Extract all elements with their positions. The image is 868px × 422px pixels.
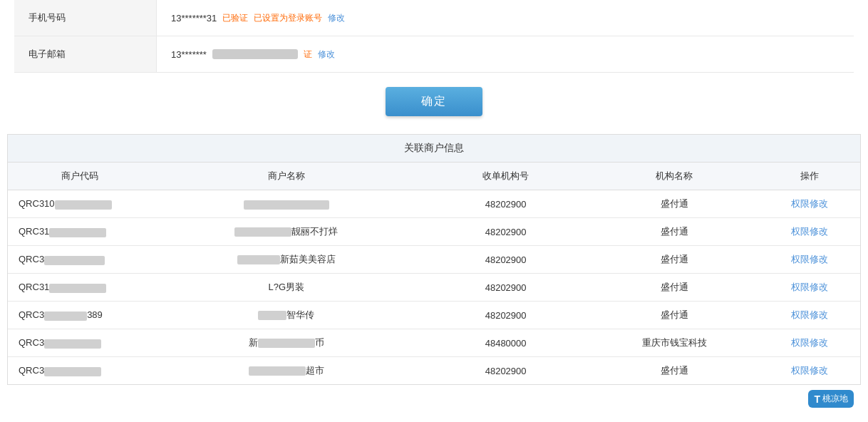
confirm-button[interactable]: 确定 bbox=[386, 87, 482, 116]
inst-name-cell: 盛付通 bbox=[590, 302, 759, 329]
merchant-name-cell: 智华传 bbox=[151, 302, 421, 329]
name-blur bbox=[234, 227, 291, 237]
table-row: QRC31048202900盛付通权限修改 bbox=[8, 190, 860, 218]
email-blur bbox=[212, 49, 298, 59]
merchant-name-cell bbox=[151, 190, 421, 218]
code-prefix: QRC31 bbox=[19, 226, 49, 237]
acq-no-cell: 48202900 bbox=[421, 218, 590, 246]
email-value: 13******* 证 修改 bbox=[157, 38, 854, 71]
code-blur bbox=[49, 284, 106, 293]
name-prefix: 新 bbox=[249, 337, 258, 348]
code-blur bbox=[55, 200, 112, 210]
table-title: 关联商户信息 bbox=[8, 135, 860, 163]
name-blur bbox=[258, 311, 286, 320]
code-suffix: 389 bbox=[87, 309, 103, 320]
inst-name-cell: 盛付通 bbox=[590, 357, 759, 385]
merchant-name-cell: 超市 bbox=[151, 357, 421, 385]
phone-value: 13*******31 已验证 已设置为登录账号 修改 bbox=[157, 2, 854, 34]
action-link[interactable]: 权限修改 bbox=[791, 337, 828, 348]
table-section: 关联商户信息 商户代码 商户名称 收单机构号 机构名称 操作 QRC310482… bbox=[7, 134, 861, 385]
email-number: 13******* bbox=[171, 49, 207, 60]
acq-no-cell: 48202900 bbox=[421, 190, 590, 218]
phone-modify-link[interactable]: 修改 bbox=[328, 12, 345, 24]
action-link[interactable]: 权限修改 bbox=[791, 365, 828, 376]
name-suffix: 新茹美美容店 bbox=[280, 254, 336, 264]
merchant-table: 商户代码 商户名称 收单机构号 机构名称 操作 QRC31048202900盛付… bbox=[8, 163, 860, 384]
merchant-code-cell: QRC310 bbox=[8, 190, 151, 218]
info-section: 手机号码 13*******31 已验证 已设置为登录账号 修改 电子邮箱 13… bbox=[0, 0, 868, 73]
action-cell: 权限修改 bbox=[759, 218, 860, 246]
merchant-code-cell: QRC3389 bbox=[8, 302, 151, 329]
name-suffix: 超市 bbox=[306, 365, 324, 376]
inst-name-cell: 重庆市钱宝科技 bbox=[590, 329, 759, 357]
code-blur bbox=[44, 312, 87, 321]
table-row: QRC3超市48202900盛付通权限修改 bbox=[8, 357, 860, 385]
table-row: QRC31靓丽不打烊48202900盛付通权限修改 bbox=[8, 218, 860, 246]
inst-name-cell: 盛付通 bbox=[590, 274, 759, 302]
action-link[interactable]: 权限修改 bbox=[791, 226, 828, 237]
email-modify-link[interactable]: 修改 bbox=[318, 48, 335, 61]
phone-label: 手机号码 bbox=[14, 0, 157, 36]
code-prefix: QRC31 bbox=[19, 282, 49, 292]
code-blur bbox=[49, 228, 106, 237]
action-cell: 权限修改 bbox=[759, 274, 860, 302]
col-header-acq: 收单机构号 bbox=[421, 163, 590, 190]
action-cell: 权限修改 bbox=[759, 246, 860, 274]
action-cell: 权限修改 bbox=[759, 302, 860, 329]
phone-number: 13*******31 bbox=[171, 13, 217, 24]
action-link[interactable]: 权限修改 bbox=[791, 254, 828, 264]
acq-no-cell: 48202900 bbox=[421, 246, 590, 274]
action-link[interactable]: 权限修改 bbox=[791, 282, 828, 292]
table-row: QRC3389智华传48202900盛付通权限修改 bbox=[8, 302, 860, 329]
name-middle-blur bbox=[258, 339, 315, 348]
acq-no-cell: 48202900 bbox=[421, 302, 590, 329]
table-header-row: 商户代码 商户名称 收单机构号 机构名称 操作 bbox=[8, 163, 860, 190]
code-prefix: QRC3 bbox=[19, 254, 44, 264]
name-suffix: 智华传 bbox=[286, 309, 314, 320]
name-suffix: 币 bbox=[315, 337, 324, 348]
col-header-code: 商户代码 bbox=[8, 163, 151, 190]
table-row: QRC31L?G男装48202900盛付通权限修改 bbox=[8, 274, 860, 302]
acq-no-cell: 48480000 bbox=[421, 329, 590, 357]
action-link[interactable]: 权限修改 bbox=[791, 198, 828, 209]
code-prefix: QRC310 bbox=[19, 198, 55, 209]
merchant-code-cell: QRC31 bbox=[8, 218, 151, 246]
acq-no-cell: 48202900 bbox=[421, 357, 590, 385]
merchant-name-cell: 新茹美美容店 bbox=[151, 246, 421, 274]
code-blur bbox=[44, 367, 101, 376]
merchant-code-cell: QRC3 bbox=[8, 357, 151, 385]
inst-name-cell: 盛付通 bbox=[590, 190, 759, 218]
email-verify-badge: 证 bbox=[304, 48, 312, 61]
merchant-name-cell: 靓丽不打烊 bbox=[151, 218, 421, 246]
phone-row: 手机号码 13*******31 已验证 已设置为登录账号 修改 bbox=[14, 0, 854, 36]
code-blur bbox=[44, 339, 101, 349]
col-header-op: 操作 bbox=[759, 163, 860, 190]
code-prefix: QRC3 bbox=[19, 337, 44, 348]
merchant-code-cell: QRC31 bbox=[8, 274, 151, 302]
name-blur bbox=[249, 366, 306, 376]
merchant-name-cell: 新币 bbox=[151, 329, 421, 357]
merchant-name-cell: L?G男装 bbox=[151, 274, 421, 302]
col-header-name: 商户名称 bbox=[151, 163, 421, 190]
merchant-code-cell: QRC3 bbox=[8, 329, 151, 357]
table-row: QRC3新币48480000重庆市钱宝科技权限修改 bbox=[8, 329, 860, 357]
page-wrapper: 手机号码 13*******31 已验证 已设置为登录账号 修改 电子邮箱 13… bbox=[0, 0, 868, 385]
email-label: 电子邮箱 bbox=[14, 36, 157, 72]
name-blur bbox=[244, 200, 329, 210]
code-prefix: QRC3 bbox=[19, 365, 44, 376]
acq-no-cell: 48202900 bbox=[421, 274, 590, 302]
inst-name-cell: 盛付通 bbox=[590, 246, 759, 274]
merchant-code-cell: QRC3 bbox=[8, 246, 151, 274]
inst-name-cell: 盛付通 bbox=[590, 218, 759, 246]
code-blur bbox=[44, 256, 105, 265]
confirm-section: 确定 bbox=[0, 73, 868, 134]
phone-verified-badge: 已验证 bbox=[222, 12, 248, 24]
action-cell: 权限修改 bbox=[759, 357, 860, 385]
col-header-inst: 机构名称 bbox=[590, 163, 759, 190]
code-prefix: QRC3 bbox=[19, 309, 44, 320]
action-link[interactable]: 权限修改 bbox=[791, 309, 828, 320]
name-blur bbox=[237, 255, 280, 264]
name-suffix: L?G男装 bbox=[268, 282, 304, 292]
action-cell: 权限修改 bbox=[759, 190, 860, 218]
table-row: QRC3新茹美美容店48202900盛付通权限修改 bbox=[8, 246, 860, 274]
